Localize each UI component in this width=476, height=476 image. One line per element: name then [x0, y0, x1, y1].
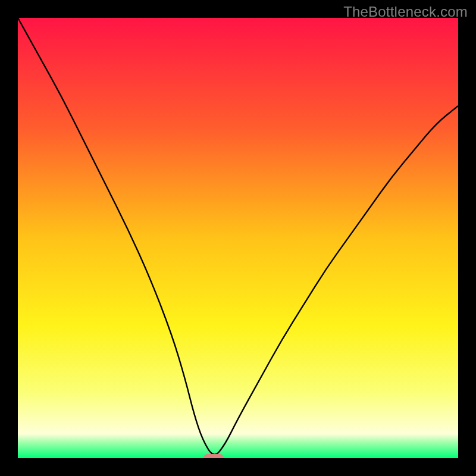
- gradient-background: [18, 18, 458, 458]
- watermark-text: TheBottleneck.com: [343, 4, 468, 20]
- minimum-marker: [203, 454, 224, 458]
- chart-outer: TheBottleneck.com: [0, 0, 476, 476]
- plot-area: [18, 18, 458, 458]
- chart-svg: [18, 18, 458, 458]
